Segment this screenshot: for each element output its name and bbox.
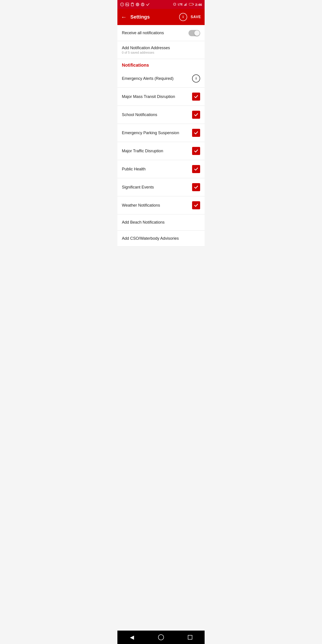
- message-icon: [136, 2, 140, 6]
- school-notifications-label: School Notifications: [122, 112, 192, 117]
- clipboard-icon: [130, 2, 134, 6]
- public-health-checkbox[interactable]: [192, 165, 200, 173]
- nav-recent-button[interactable]: [183, 630, 197, 644]
- significant-events-label: Significant Events: [122, 185, 192, 190]
- emergency-alerts-row[interactable]: Emergency Alerts (Required) i: [118, 70, 204, 88]
- vibrate-icon: [173, 2, 176, 7]
- beach-notifications-row[interactable]: Add Beach Notifications: [118, 214, 204, 230]
- cso-waterbody-label: Add CSO/Waterbody Advisories: [122, 236, 200, 241]
- lock-icon: [141, 2, 145, 6]
- time-display: 2:46: [195, 3, 202, 6]
- nav-home-button[interactable]: [154, 630, 168, 644]
- svg-rect-26: [188, 635, 192, 639]
- image-icon: [125, 2, 129, 6]
- svg-point-3: [126, 4, 127, 4]
- traffic-disruption-checkbox[interactable]: [192, 147, 200, 155]
- page-title: Settings: [130, 14, 179, 20]
- save-button[interactable]: SAVE: [191, 15, 201, 19]
- settings-content: Receive all notifications Add Notificati…: [118, 25, 204, 630]
- public-health-row[interactable]: Public Health: [118, 160, 204, 178]
- mass-transit-checkbox[interactable]: [192, 92, 200, 100]
- school-notifications-checkbox[interactable]: [192, 111, 200, 119]
- status-bar: !: [118, 0, 204, 9]
- svg-rect-19: [185, 4, 185, 6]
- info-button[interactable]: i: [179, 13, 187, 21]
- nav-back-button[interactable]: ◀: [125, 630, 139, 644]
- add-notification-addresses-row[interactable]: Add Notification Addresses 0 of 5 saved …: [118, 41, 204, 59]
- add-addresses-sublabel: 0 of 5 saved addresses: [122, 51, 170, 54]
- app-bar: ← Settings i SAVE: [118, 9, 204, 25]
- svg-rect-11: [174, 3, 176, 5]
- status-right: LTE 2:46: [173, 2, 202, 7]
- emergency-alerts-info-icon[interactable]: i: [192, 74, 200, 82]
- weather-notifications-row[interactable]: Weather Notifications: [118, 196, 204, 214]
- alert-icon: !: [120, 2, 124, 6]
- nav-bar: ◀: [118, 630, 204, 644]
- svg-rect-10: [142, 4, 143, 5]
- check-icon: [146, 2, 150, 6]
- traffic-disruption-row[interactable]: Major Traffic Disruption: [118, 142, 204, 160]
- svg-rect-24: [193, 4, 194, 4]
- svg-text:!: !: [122, 3, 122, 6]
- svg-rect-23: [189, 3, 192, 5]
- significant-events-checkbox[interactable]: [192, 183, 200, 191]
- receive-all-label: Receive all notifications: [122, 31, 188, 35]
- notifications-section-title: Notifications: [122, 62, 149, 68]
- lte-icon: LTE: [178, 3, 183, 6]
- svg-rect-18: [184, 5, 185, 6]
- receive-all-toggle[interactable]: [188, 30, 200, 36]
- notifications-list: Emergency Alerts (Required) i Major Mass…: [118, 70, 204, 247]
- emergency-parking-checkbox[interactable]: [192, 129, 200, 137]
- traffic-disruption-label: Major Traffic Disruption: [122, 149, 192, 154]
- mass-transit-row[interactable]: Major Mass Transit Disruption: [118, 88, 204, 106]
- emergency-parking-label: Emergency Parking Suspension: [122, 130, 192, 135]
- svg-rect-20: [186, 3, 186, 6]
- notifications-section-header: Notifications: [118, 59, 204, 70]
- weather-notifications-label: Weather Notifications: [122, 203, 192, 208]
- add-addresses-label: Add Notification Addresses: [122, 46, 170, 50]
- back-button[interactable]: ←: [121, 14, 127, 20]
- toggle-thumb: [194, 30, 200, 36]
- beach-notifications-label: Add Beach Notifications: [122, 220, 200, 225]
- svg-point-25: [158, 634, 164, 640]
- svg-rect-21: [186, 3, 187, 6]
- emergency-alerts-label: Emergency Alerts (Required): [122, 76, 192, 81]
- mass-transit-label: Major Mass Transit Disruption: [122, 94, 192, 99]
- svg-point-8: [137, 4, 138, 5]
- cso-waterbody-row[interactable]: Add CSO/Waterbody Advisories: [118, 230, 204, 247]
- weather-notifications-checkbox[interactable]: [192, 201, 200, 209]
- public-health-label: Public Health: [122, 167, 192, 172]
- battery-icon: [189, 3, 194, 6]
- emergency-parking-row[interactable]: Emergency Parking Suspension: [118, 124, 204, 142]
- signal-icon: [184, 2, 188, 7]
- significant-events-row[interactable]: Significant Events: [118, 178, 204, 196]
- school-notifications-row[interactable]: School Notifications: [118, 106, 204, 124]
- receive-all-notifications-row[interactable]: Receive all notifications: [118, 25, 204, 41]
- status-icons: !: [120, 2, 150, 6]
